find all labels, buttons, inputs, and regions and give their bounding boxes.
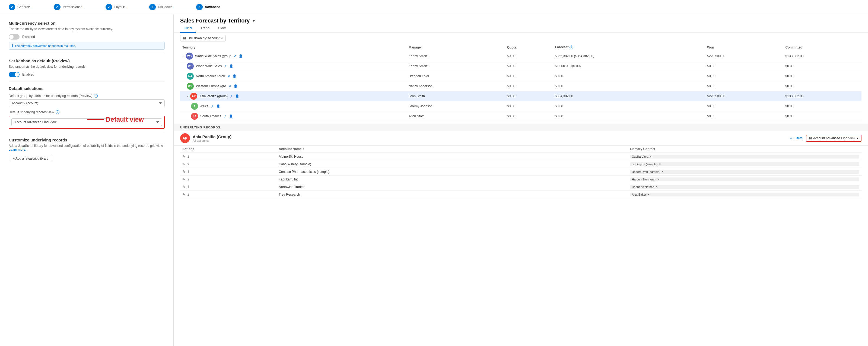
committed-cell: $0.00 (783, 111, 862, 122)
contact-remove[interactable]: ✕ (650, 155, 652, 158)
forecast-row[interactable]: A Africa ↗ 👤 Jeremy Johnson $0.00 $0.00 … (180, 101, 862, 111)
drill-down-row: ⊞ Drill down by: Account ▾ (174, 33, 868, 44)
wizard-step-layout[interactable]: ✓ Layout* (105, 4, 125, 10)
contact-remove[interactable]: ✕ (661, 170, 664, 173)
edit-icon[interactable]: ✎ (182, 193, 185, 197)
col-committed: Committed (783, 44, 862, 51)
forecast-row[interactable]: ▾ AP Asia Pacific (group) ↗ 👤 John Smith… (180, 91, 862, 101)
group-select[interactable]: Account (Account) (9, 99, 165, 107)
share-icon[interactable]: ↗ (211, 104, 214, 108)
edit-icon[interactable]: ✎ (182, 177, 185, 181)
expand-icon[interactable]: ▾ (182, 55, 184, 58)
person-icon[interactable]: 👤 (216, 104, 220, 108)
quota-cell: $0.00 (505, 101, 553, 111)
person-icon[interactable]: 👤 (232, 74, 237, 78)
view-selector[interactable]: ⊞ Account Advanced Find View ▾ (806, 135, 862, 142)
add-javascript-library-button[interactable]: + Add a javascript library (9, 155, 52, 162)
view-info-icon[interactable]: i (56, 110, 59, 114)
info-icon[interactable]: ℹ (187, 162, 189, 166)
tab-grid[interactable]: Grid (180, 24, 196, 33)
share-icon[interactable]: ↗ (227, 74, 230, 78)
person-icon[interactable]: 👤 (235, 94, 239, 98)
rec-name-cell: Fabrikam, Inc. (277, 176, 602, 183)
multicurrency-toggle[interactable] (9, 34, 20, 40)
forecast-info-icon[interactable]: i (569, 45, 573, 49)
info-icon[interactable]: ℹ (187, 177, 189, 181)
share-icon[interactable]: ↗ (230, 94, 233, 98)
group-info: Asia Pacific (Group) All accounts (193, 134, 231, 142)
wizard-step-drilldown[interactable]: ✓ Drill down (149, 4, 172, 10)
rec-col-empty (602, 145, 628, 153)
rec-contact-cell: Alex Baker ✕ (628, 191, 862, 198)
info-icon[interactable]: ℹ (187, 185, 189, 189)
kanban-toggle[interactable] (9, 72, 20, 77)
edit-icon[interactable]: ✎ (182, 162, 185, 166)
committed-cell: $0.00 (783, 61, 862, 71)
forecast-row[interactable]: NA North America (grou ↗ 👤 Brenden Thiel… (180, 71, 862, 81)
wizard-step-permissions[interactable]: ✓ Permissions* (54, 4, 82, 10)
tab-flow[interactable]: Flow (214, 24, 230, 33)
person-icon[interactable]: 👤 (239, 54, 243, 58)
edit-icon[interactable]: ✎ (182, 185, 185, 189)
drill-down-button[interactable]: ⊞ Drill down by: Account ▾ (180, 35, 226, 41)
territory-actions: ↗ 👤 (224, 64, 234, 68)
edit-icon[interactable]: ✎ (182, 170, 185, 174)
filter-icon: ▽ (790, 136, 792, 140)
step-circle-advanced: ✓ (196, 4, 203, 10)
info-icon[interactable]: ℹ (187, 193, 189, 197)
record-row[interactable]: ✎ ℹ Coho Winery (sample) Jim Glynn (samp… (180, 161, 862, 168)
forecast-row[interactable]: WS World Wide Sales ↗ 👤 Kenny Smith1 $0.… (180, 61, 862, 71)
person-icon[interactable]: 👤 (234, 84, 238, 88)
share-icon[interactable]: ↗ (228, 84, 231, 88)
committed-cell: $0.00 (783, 101, 862, 111)
contact-remove[interactable]: ✕ (657, 178, 659, 181)
filters-button[interactable]: ▽ Filters (790, 136, 803, 140)
rec-name-cell: Alpine Ski House (277, 153, 602, 161)
tab-trend[interactable]: Trend (196, 24, 214, 33)
wizard-step-advanced[interactable]: ✓ Advanced (196, 4, 220, 10)
contact-remove[interactable]: ✕ (658, 163, 661, 166)
view-select[interactable]: Account Advanced Find View Active Accoun… (11, 118, 162, 126)
info-icon[interactable]: ℹ (187, 154, 189, 159)
forecast-row[interactable]: ▾ WS World Wide Sales (group ↗ 👤 Kenny S… (180, 51, 862, 61)
manager-cell: John Smith (406, 91, 505, 101)
forecast-row[interactable]: SA South America ↗ 👤 Alton Stott $0.00 $… (180, 111, 862, 122)
share-icon[interactable]: ↗ (224, 64, 227, 68)
record-row[interactable]: ✎ ℹ Fabrikam, Inc. Haroun Stormonth ✕ (180, 176, 862, 183)
share-icon[interactable]: ↗ (224, 114, 226, 118)
record-row[interactable]: ✎ ℹ Trey Research Alex Baker ✕ (180, 191, 862, 198)
contact-remove[interactable]: ✕ (647, 193, 650, 196)
info-icon[interactable]: ℹ (187, 170, 189, 174)
territory-avatar: A (191, 103, 198, 110)
col-quota: Quota (505, 44, 553, 51)
territory-name: Western Europe (gro (196, 84, 226, 88)
wizard-step-general[interactable]: ✓ General* (9, 4, 30, 10)
manager-cell: Brenden Thiel (406, 71, 505, 81)
view-selector-label: Account Advanced Find View (813, 136, 855, 140)
share-icon[interactable]: ↗ (234, 54, 236, 58)
contact-remove[interactable]: ✕ (655, 185, 658, 188)
kanban-title: Set kanban as default (Preview) (9, 59, 165, 63)
contact-tag: Heribertc Nathan ✕ (630, 185, 859, 189)
expand-icon[interactable]: ▾ (187, 95, 188, 98)
forecast-cell: $0.00 (553, 111, 705, 122)
info-circle-icon: ℹ (12, 44, 13, 48)
territory-actions: ↗ 👤 (228, 84, 238, 88)
forecast-table: Territory Manager Quota Forecast i Won C… (180, 44, 862, 122)
group-info-icon[interactable]: i (94, 94, 98, 98)
left-panel: Multi-currency selection Enable the abil… (0, 14, 174, 346)
forecast-row[interactable]: WE Western Europe (gro ↗ 👤 Nancy Anderso… (180, 81, 862, 91)
record-row[interactable]: ✎ ℹ Contoso Pharmaceuticals (sample) Rob… (180, 168, 862, 176)
edit-icon[interactable]: ✎ (182, 154, 185, 159)
forecast-table-wrap: Territory Manager Quota Forecast i Won C… (174, 44, 868, 122)
rec-name-cell: Contoso Pharmaceuticals (sample) (277, 168, 602, 176)
record-row[interactable]: ✎ ℹ Northwind Traders Heribertc Nathan ✕ (180, 183, 862, 191)
forecast-title-dropdown[interactable]: ▾ (253, 19, 255, 23)
person-icon[interactable]: 👤 (229, 114, 233, 118)
territory-cell: NA North America (grou ↗ 👤 (180, 71, 406, 81)
learn-more-link[interactable]: Learn more. (9, 148, 26, 151)
record-row[interactable]: ✎ ℹ Alpine Ski House Cacilia Viera ✕ (180, 153, 862, 161)
quota-cell: $0.00 (505, 71, 553, 81)
person-icon[interactable]: 👤 (229, 64, 234, 68)
territory-name: North America (grou (196, 74, 225, 78)
